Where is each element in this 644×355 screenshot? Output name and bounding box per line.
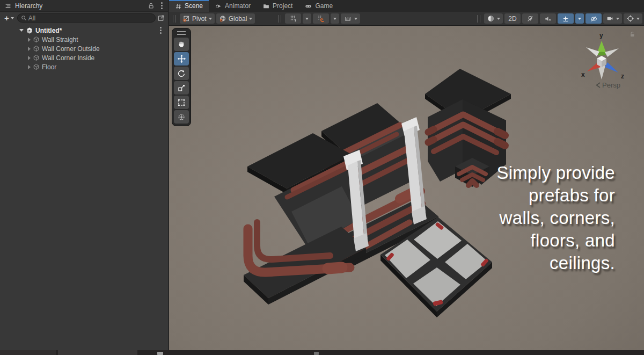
axis-negz-cone[interactable]: [605, 48, 619, 57]
pivot-dropdown[interactable]: Pivot: [180, 13, 215, 24]
hierarchy-list-icon: [4, 2, 12, 10]
toolbar-drag-handle[interactable]: [173, 15, 176, 23]
scene-toolbar: Pivot Global: [169, 12, 644, 26]
hierarchy-panel: Hierarchy + All: [0, 0, 169, 350]
effects-toggle[interactable]: [558, 13, 574, 24]
scene-viewport[interactable]: y x z Persp: [169, 26, 644, 350]
folder-icon: [262, 3, 270, 10]
scale-icon: [177, 84, 186, 92]
model-wall-straight-a: [244, 133, 369, 305]
foldout-collapsed-icon[interactable]: [28, 47, 31, 51]
foldout-collapsed-icon[interactable]: [28, 65, 31, 69]
caption-line: prefabs for: [496, 184, 615, 207]
bottom-panel-strip: [0, 350, 644, 355]
caret-down-icon: [354, 18, 357, 20]
axis-x-label: x: [581, 71, 585, 78]
hierarchy-row-wall-corner-outside[interactable]: Wall Corner Outside: [0, 44, 168, 53]
rect-tool[interactable]: [174, 96, 189, 109]
hierarchy-row-floor[interactable]: Floor: [0, 62, 168, 71]
bottom-strip-icon: [314, 352, 319, 355]
create-object-button[interactable]: +: [3, 14, 16, 22]
projection-mode[interactable]: Persp: [596, 81, 620, 89]
overlay-drag-handle[interactable]: [177, 31, 186, 35]
item-label: Floor: [42, 63, 56, 71]
rect-icon: [177, 98, 186, 107]
foldout-expanded-icon[interactable]: [19, 29, 24, 32]
move-tool[interactable]: [174, 52, 189, 66]
2d-toggle-button[interactable]: 2D: [504, 13, 521, 24]
tab-scene[interactable]: Scene: [169, 0, 209, 12]
transform-tool[interactable]: [174, 110, 189, 124]
caret-down-icon: [11, 17, 14, 19]
caption-line: floors, and: [496, 229, 615, 252]
caret-down-icon: [249, 18, 252, 20]
open-search-window-icon[interactable]: [157, 14, 165, 22]
search-value: All: [28, 15, 35, 22]
draw-mode-dropdown[interactable]: [484, 13, 503, 24]
2d-label: 2D: [508, 15, 516, 23]
tab-animator[interactable]: Animator: [209, 0, 257, 12]
audio-mute-toggle[interactable]: [540, 13, 556, 24]
camera-dropdown[interactable]: [603, 13, 622, 24]
axis-negx-cone[interactable]: [586, 47, 599, 56]
snap-increment-button[interactable]: [341, 13, 360, 24]
gamepad-icon: [304, 3, 312, 10]
hierarchy-tab-label: Hierarchy: [15, 2, 42, 10]
effects-caret[interactable]: [575, 13, 584, 24]
hierarchy-row-scene[interactable]: Untitled*: [0, 26, 168, 35]
caret-down-icon: [497, 18, 500, 20]
gizmos-dropdown[interactable]: [624, 13, 642, 24]
unlock-icon[interactable]: [148, 2, 155, 9]
toolbar-drag-handle[interactable]: [278, 15, 281, 23]
tab-project[interactable]: Project: [257, 0, 298, 12]
plus-icon: +: [4, 14, 9, 22]
caption-line: walls, corners,: [496, 207, 615, 229]
global-label: Global: [229, 15, 247, 23]
bottom-strip-tab[interactable]: [58, 350, 137, 355]
view-hand-tool[interactable]: [174, 38, 189, 51]
scene-panel: Scene Animator Project Game: [169, 0, 644, 350]
foldout-collapsed-icon[interactable]: [28, 38, 31, 42]
tab-label: Animator: [225, 2, 251, 10]
grid-snap-caret[interactable]: [331, 13, 339, 24]
rotate-tool[interactable]: [174, 67, 189, 80]
hierarchy-row-wall-straight[interactable]: Wall Straight: [0, 35, 168, 44]
camera-icon: [606, 15, 614, 22]
persp-chevron-icon: [596, 82, 601, 88]
bottom-strip-icon: [157, 352, 163, 355]
light-off-icon: [526, 15, 534, 23]
scene-row-menu-icon[interactable]: [160, 27, 162, 34]
axis-z-label: z: [621, 73, 624, 80]
tab-hierarchy[interactable]: Hierarchy: [0, 0, 49, 11]
scene-tools-overlay: [172, 28, 191, 126]
grid-visibility-button[interactable]: [285, 13, 301, 24]
grid-axis-icon: [289, 15, 297, 23]
pivot-label: Pivot: [192, 15, 207, 23]
gizmo-lock-icon[interactable]: [629, 31, 635, 38]
global-dropdown[interactable]: Global: [216, 13, 255, 24]
scale-tool[interactable]: [174, 81, 189, 95]
axis-z-cone[interactable]: [605, 62, 618, 73]
bottom-strip-segment: [0, 350, 56, 355]
audio-muted-icon: [544, 15, 552, 23]
item-label: Wall Corner Inside: [42, 54, 94, 62]
hierarchy-search-input[interactable]: All: [17, 13, 156, 23]
transform-icon: [177, 113, 186, 121]
effects-icon: [562, 15, 569, 23]
foldout-collapsed-icon[interactable]: [28, 56, 31, 60]
hierarchy-menu-icon[interactable]: [161, 2, 163, 9]
globe-icon: [219, 15, 226, 23]
orientation-gizmo[interactable]: y x z: [575, 31, 631, 85]
grid-snap-button[interactable]: [313, 13, 329, 24]
shaded-sphere-icon: [487, 15, 495, 23]
move-icon: [177, 54, 186, 63]
hierarchy-row-wall-corner-inside[interactable]: Wall Corner Inside: [0, 53, 168, 62]
prefab-cube-icon: [33, 54, 40, 61]
toolbar-drag-handle[interactable]: [477, 15, 480, 23]
grid-visibility-caret[interactable]: [303, 13, 311, 24]
tab-game[interactable]: Game: [298, 0, 339, 12]
scene-lighting-toggle[interactable]: [522, 13, 538, 24]
tab-label: Game: [315, 2, 333, 10]
scene-visibility-toggle[interactable]: [586, 13, 602, 24]
prefab-cube-icon: [33, 45, 40, 52]
